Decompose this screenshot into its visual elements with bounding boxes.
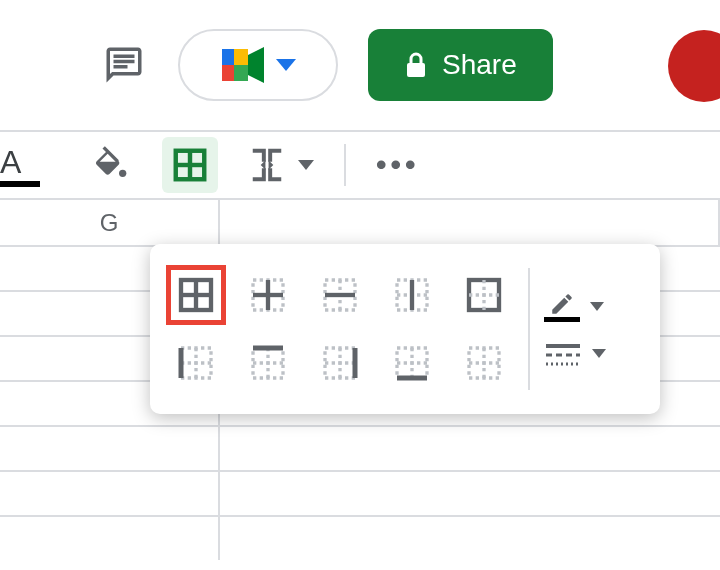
- svg-rect-8: [407, 63, 425, 77]
- text-color-swatch: [0, 181, 40, 187]
- borders-button[interactable]: [162, 137, 218, 193]
- paint-bucket-icon: [91, 145, 131, 185]
- comment-history-button[interactable]: [100, 41, 148, 89]
- border-top-button[interactable]: [238, 333, 298, 393]
- column-headers: G: [0, 200, 720, 245]
- comment-icon: [103, 44, 145, 86]
- border-style-button[interactable]: [544, 340, 606, 368]
- popup-separator: [528, 268, 530, 390]
- chevron-down-icon: [592, 349, 606, 358]
- svg-rect-6: [222, 49, 234, 65]
- account-avatar[interactable]: [668, 30, 720, 102]
- borders-icon: [171, 146, 209, 184]
- border-left-button[interactable]: [166, 333, 226, 393]
- border-right-button[interactable]: [310, 333, 370, 393]
- border-color-swatch: [544, 317, 580, 322]
- merge-cells-button[interactable]: [248, 146, 314, 184]
- svg-point-9: [119, 170, 126, 177]
- share-label: Share: [442, 49, 517, 81]
- border-style-icon: [544, 340, 582, 368]
- border-inner-button[interactable]: [238, 265, 298, 325]
- border-bottom-button[interactable]: [382, 333, 442, 393]
- border-clear-button[interactable]: [454, 333, 514, 393]
- chevron-down-icon: [590, 302, 604, 311]
- chevron-down-icon: [298, 160, 314, 170]
- text-color-button[interactable]: A: [0, 144, 40, 187]
- share-button[interactable]: Share: [368, 29, 553, 101]
- lock-icon: [404, 51, 428, 79]
- svg-rect-4: [234, 49, 248, 65]
- border-horizontal-button[interactable]: [310, 265, 370, 325]
- svg-rect-2: [114, 65, 128, 69]
- svg-rect-1: [114, 60, 135, 64]
- merge-cells-icon: [248, 146, 286, 184]
- borders-popup: [150, 244, 660, 414]
- svg-rect-5: [234, 65, 248, 81]
- column-header-g[interactable]: G: [0, 200, 220, 245]
- border-vertical-button[interactable]: [382, 265, 442, 325]
- pencil-icon: [547, 291, 577, 317]
- column-header-h[interactable]: [220, 200, 720, 245]
- chevron-down-icon: [276, 59, 296, 71]
- toolbar-separator: [344, 144, 346, 186]
- border-outer-button[interactable]: [454, 265, 514, 325]
- fill-color-button[interactable]: [86, 140, 136, 190]
- meet-icon: [220, 45, 268, 85]
- more-toolbar-button[interactable]: •••: [376, 148, 420, 182]
- border-all-button[interactable]: [166, 265, 226, 325]
- text-color-letter: A: [0, 144, 40, 181]
- svg-marker-7: [248, 47, 264, 83]
- svg-rect-0: [114, 55, 135, 59]
- google-meet-button[interactable]: [178, 29, 338, 101]
- border-color-button[interactable]: [544, 291, 606, 322]
